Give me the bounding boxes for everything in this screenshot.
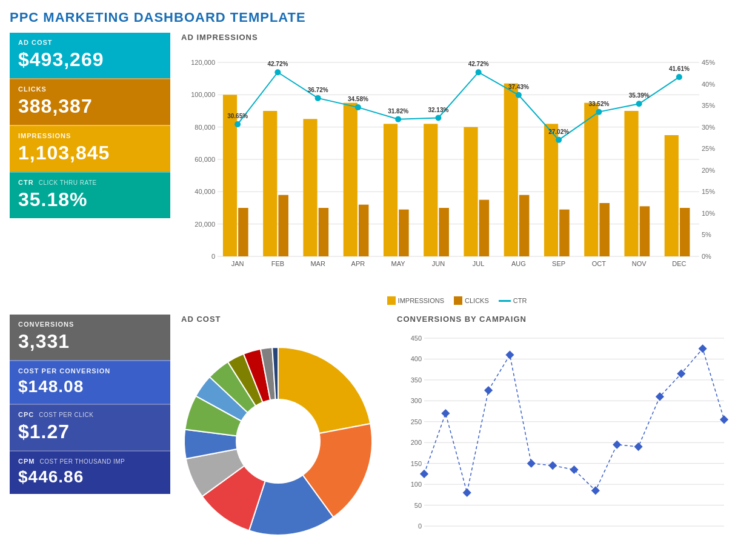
clicks-value: 388,387: [18, 95, 162, 118]
conversions-label: CONVERSIONS: [18, 321, 162, 328]
cpm-value: $446.86: [18, 467, 162, 487]
page-title: PPC MARKETING DASHBOARD TEMPLATE: [10, 10, 725, 25]
ad-impressions-section: AD IMPRESSIONS IMPRESSIONS CLICKS CTR: [170, 33, 733, 305]
conversions-card: CONVERSIONS 3,331: [10, 315, 170, 360]
impressions-chart: [181, 44, 733, 293]
conversions-value: 3,331: [18, 330, 162, 353]
conversions-by-campaign-title: CONVERSIONS BY CAMPAIGN: [397, 315, 735, 324]
cpc-card: CPC COST PER CLICK $1.27: [10, 404, 170, 450]
legend-ctr: CTR: [499, 296, 527, 305]
ad-cost-value: $493,269: [18, 48, 162, 71]
bottom-charts: AD COST CONVERSIONS BY CAMPAIGN: [170, 315, 735, 544]
clicks-card: CLICKS 388,387: [10, 78, 170, 125]
legend-ctr-label: CTR: [513, 297, 527, 304]
ad-cost-card: AD COST $493,269: [10, 33, 170, 78]
ctr-label: CTR CLICK THRU RATE: [18, 179, 162, 186]
legend-impressions-label: IMPRESSIONS: [398, 297, 444, 304]
cpm-card: CPM COST PER THOUSAND IMP $446.86: [10, 450, 170, 494]
ctr-card: CTR CLICK THRU RATE 35.18%: [10, 172, 170, 218]
impressions-label: IMPRESSIONS: [18, 132, 162, 139]
clicks-label: CLICKS: [18, 85, 162, 93]
top-kpi-column: AD COST $493,269 CLICKS 388,387 IMPRESSI…: [10, 33, 170, 305]
ad-cost-section: AD COST: [181, 315, 387, 544]
conversions-by-campaign-section: CONVERSIONS BY CAMPAIGN: [397, 315, 735, 544]
cost-per-conv-value: $148.08: [18, 377, 162, 396]
legend-clicks-label: CLICKS: [465, 297, 489, 304]
cost-per-conv-label: COST PER CONVERSION: [18, 367, 162, 375]
conversions-chart: [397, 326, 735, 544]
impressions-card: IMPRESSIONS 1,103,845: [10, 125, 170, 172]
cpc-value: $1.27: [18, 421, 162, 443]
impressions-value: 1,103,845: [18, 142, 162, 164]
impressions-legend: IMPRESSIONS CLICKS CTR: [181, 296, 733, 305]
ad-cost-label: AD COST: [18, 39, 162, 46]
donut-chart: [181, 326, 387, 544]
legend-clicks: CLICKS: [454, 296, 489, 305]
legend-impressions: IMPRESSIONS: [387, 296, 444, 305]
ctr-value: 35.18%: [18, 188, 162, 211]
ad-impressions-title: AD IMPRESSIONS: [181, 33, 733, 42]
ad-cost-chart-title: AD COST: [181, 315, 387, 324]
bottom-kpi-column: CONVERSIONS 3,331 COST PER CONVERSION $1…: [10, 315, 170, 544]
cost-per-conv-card: COST PER CONVERSION $148.08: [10, 360, 170, 404]
cpm-label: CPM COST PER THOUSAND IMP: [18, 458, 162, 465]
cpc-label: CPC COST PER CLICK: [18, 411, 162, 418]
